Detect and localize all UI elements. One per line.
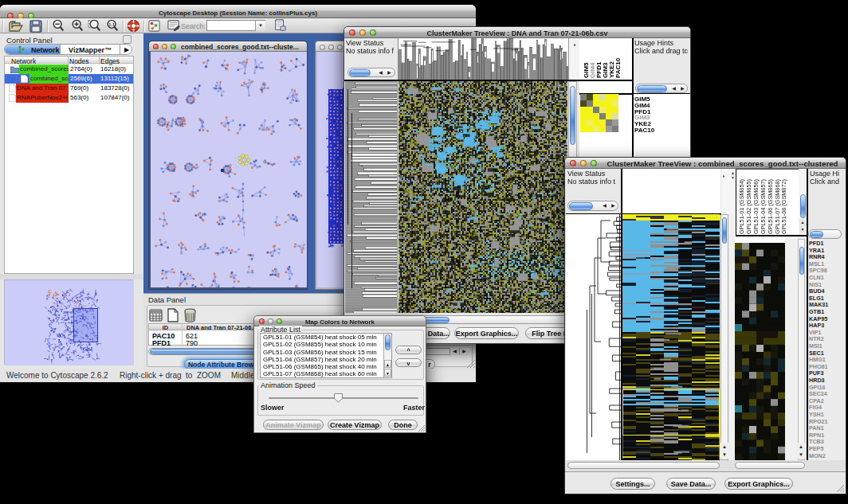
svg-text:1:1: 1:1	[108, 22, 115, 27]
